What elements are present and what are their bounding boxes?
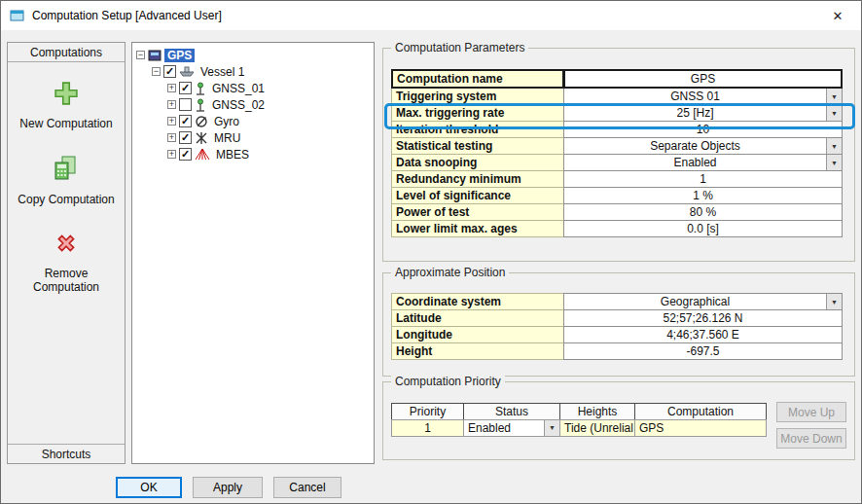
tree-item-gyro[interactable]: Gyro [211,115,242,128]
param-row: Max. triggering rate 25 [Hz]▼ [391,104,843,122]
gnss02-checkbox[interactable] [179,98,192,111]
param-label: Redundancy minimum [391,170,564,188]
tree-item-mbes[interactable]: MBES [213,148,252,162]
expand-toggle[interactable]: − [136,51,145,59]
param-label: Iteration threshold [391,121,564,138]
apply-button[interactable]: Apply [193,477,263,498]
data-snooping-select[interactable]: Enabled▼ [563,154,843,171]
statistical-testing-select[interactable]: Separate Objects▼ [563,137,843,155]
gnss01-checkbox[interactable]: ✓ [179,82,192,94]
gnss-antenna-icon [195,82,206,95]
vessel-checkbox[interactable]: ✓ [163,65,176,78]
redundancy-minimum-value[interactable]: 1 [563,170,843,188]
dropdown-arrow-icon[interactable]: ▼ [826,294,842,309]
param-row: Computation name GPS [391,69,843,89]
level-of-significance-value[interactable]: 1 % [563,187,843,204]
param-row: Coordinate system Geographical▼ [391,293,843,310]
column-header: Status [463,403,560,420]
gyro-checkbox[interactable]: ✓ [179,115,192,127]
param-row: Triggering system GNSS 01▼ [391,88,843,105]
approximate-position-group: Approximate Position Coordinate system G… [382,272,855,377]
computation-tree: − GPS − ✓ Vessel 1 + ✓ GNSS_01 + [131,42,375,464]
group-title: Computation Priority [391,375,505,388]
computation-cell[interactable]: GPS [634,419,767,437]
new-computation-button[interactable]: New Computation [8,68,125,142]
latitude-value[interactable]: 52;57;26.126 N [563,309,843,327]
tree-item-vessel[interactable]: Vessel 1 [198,65,247,79]
expand-toggle[interactable]: − [152,67,161,76]
dropdown-arrow-icon[interactable]: ▼ [826,105,842,121]
dropdown-arrow-icon[interactable]: ▼ [826,89,842,104]
dropdown-arrow-icon[interactable]: ▼ [544,420,559,436]
new-computation-label: New Computation [19,117,112,130]
coordinate-system-select[interactable]: Geographical▼ [563,293,843,310]
param-row: Statistical testing Separate Objects▼ [391,137,843,155]
tree-row-gnss01: + ✓ GNSS_01 [134,80,372,96]
power-of-test-value[interactable]: 80 % [563,203,843,221]
param-label: Computation name [391,69,564,89]
heights-cell[interactable]: Tide (Unrelial [559,419,635,437]
tree-item-mru[interactable]: MRU [211,131,243,145]
param-row: Longitude 4;46;37.560 E [391,326,843,343]
priority-header-row: Priority Status Heights Computation [391,403,767,420]
param-row: Iteration threshold 10 [391,121,843,138]
param-row: Power of test 80 % [391,203,843,221]
tree-item-gnss01[interactable]: GNSS_01 [209,82,268,95]
remove-computation-label: Remove Computation [10,267,123,294]
computation-parameters-table: Computation name GPS Triggering system G… [391,70,843,237]
expand-toggle[interactable]: + [167,100,176,109]
mbes-fan-icon [195,148,210,161]
gyro-icon [195,115,208,128]
expand-toggle[interactable]: + [167,150,176,159]
longitude-value[interactable]: 4;46;37.560 E [563,326,843,343]
priority-cell[interactable]: 1 [391,419,464,437]
move-down-button[interactable]: Move Down [776,428,846,449]
height-value[interactable]: -697.5 [563,342,843,360]
dropdown-arrow-icon[interactable]: ▼ [826,155,842,170]
copy-computation-button[interactable]: Copy Computation [8,142,125,218]
triggering-system-select[interactable]: GNSS 01▼ [563,88,843,105]
computation-icon [148,50,162,61]
mru-checkbox[interactable]: ✓ [179,131,192,144]
tree-row-gps: − GPS [134,47,372,63]
max-triggering-rate-select[interactable]: 25 [Hz]▼ [563,104,843,122]
param-label: Longitude [391,326,564,343]
status-select[interactable]: Enabled▼ [463,419,560,437]
sidebar-tab-shortcuts[interactable]: Shortcuts [8,444,125,463]
expand-toggle[interactable]: + [167,84,176,92]
cancel-button[interactable]: Cancel [273,477,341,498]
param-label: Max. triggering rate [391,104,564,122]
column-header: Computation [634,403,767,420]
remove-computation-button[interactable]: Remove Computation [8,218,125,306]
param-row: Lower limit max. ages 0.0 [s] [391,220,843,237]
ok-button[interactable]: OK [116,477,182,498]
copy-computation-label: Copy Computation [18,193,114,206]
dropdown-arrow-icon[interactable]: ▼ [826,138,842,154]
param-row: Height -697.5 [391,342,843,360]
computation-name-value[interactable]: GPS [563,69,843,89]
expand-toggle[interactable]: + [167,117,176,126]
remove-x-icon [54,231,79,259]
sidebar-actions: New Computation Copy Computation Re [8,68,125,306]
approximate-position-table: Coordinate system Geographical▼ Latitude… [391,294,843,360]
expand-toggle[interactable]: + [167,133,176,142]
tree-item-gps[interactable]: GPS [164,49,195,62]
mru-axes-icon [195,131,208,145]
mbes-checkbox[interactable]: ✓ [179,148,192,161]
param-row: Redundancy minimum 1 [391,170,843,188]
sidebar: Computations New Computation Copy Com [7,42,126,464]
priority-data-row: 1 Enabled▼ Tide (Unrelial GPS [391,419,767,437]
param-label: Height [391,342,564,360]
param-label: Lower limit max. ages [391,220,564,237]
gnss-antenna-icon [195,98,206,112]
sidebar-tab-computations[interactable]: Computations [8,43,125,62]
tree-row-vessel: − ✓ Vessel 1 [134,63,372,80]
lower-limit-max-ages-value[interactable]: 0.0 [s] [563,220,843,237]
iteration-threshold-value[interactable]: 10 [563,121,843,138]
titlebar: Computation Setup [Advanced User] ✕ [1,1,861,30]
move-up-button[interactable]: Move Up [776,402,846,422]
tree-item-gnss02[interactable]: GNSS_02 [209,98,268,112]
settings-panel: Computation Parameters Computation name … [382,40,855,464]
param-row: Data snooping Enabled▼ [391,154,843,171]
close-icon[interactable]: ✕ [823,1,852,30]
